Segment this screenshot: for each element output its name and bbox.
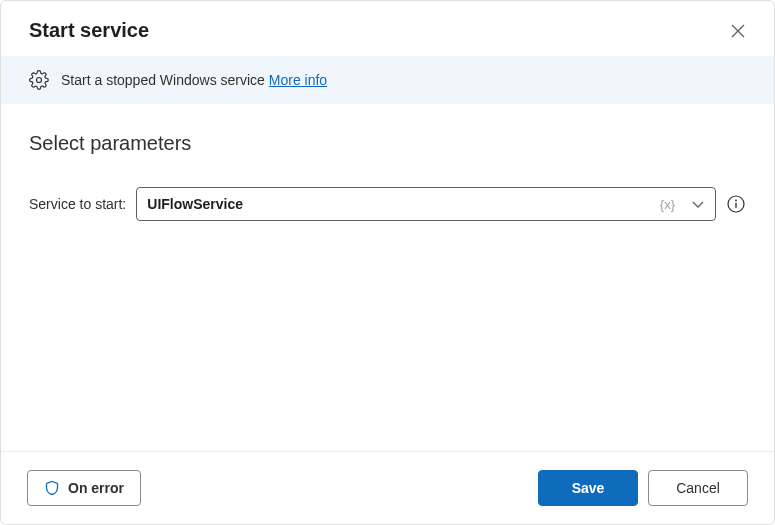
service-to-start-label: Service to start: — [29, 196, 126, 212]
dialog-footer: On error Save Cancel — [1, 451, 774, 524]
close-icon[interactable] — [728, 21, 748, 41]
shield-icon — [44, 480, 60, 496]
info-icon[interactable] — [726, 194, 746, 214]
gear-icon — [29, 70, 49, 90]
footer-actions: Save Cancel — [538, 470, 748, 506]
section-title: Select parameters — [29, 132, 746, 155]
on-error-button[interactable]: On error — [27, 470, 141, 506]
dialog-header: Start service — [1, 1, 774, 56]
dialog-content: Select parameters Service to start: {x} — [1, 104, 774, 451]
dialog-title: Start service — [29, 19, 149, 42]
info-bar-description: Start a stopped Windows service — [61, 72, 265, 88]
variable-token-icon[interactable]: {x} — [654, 197, 681, 212]
service-to-start-input-wrapper[interactable]: {x} — [136, 187, 716, 221]
param-row-service: Service to start: {x} — [29, 187, 746, 221]
info-bar: Start a stopped Windows service More inf… — [1, 56, 774, 104]
service-to-start-input[interactable] — [137, 190, 654, 218]
svg-point-1 — [735, 200, 737, 202]
svg-rect-2 — [735, 203, 736, 208]
more-info-link[interactable]: More info — [269, 72, 327, 88]
cancel-button[interactable]: Cancel — [648, 470, 748, 506]
save-button[interactable]: Save — [538, 470, 638, 506]
info-bar-text: Start a stopped Windows service More inf… — [61, 72, 327, 88]
chevron-down-icon[interactable] — [681, 197, 715, 211]
on-error-label: On error — [68, 480, 124, 496]
